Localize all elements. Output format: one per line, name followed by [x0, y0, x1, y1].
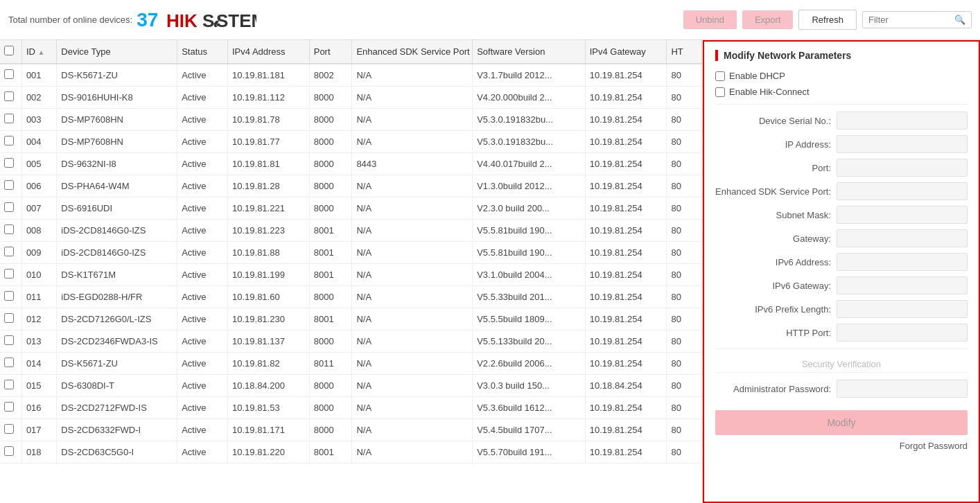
row-ipv4: 10.19.81.82	[228, 353, 310, 375]
row-check[interactable]	[0, 308, 21, 330]
row-checkbox[interactable]	[4, 202, 14, 212]
row-check[interactable]	[0, 419, 21, 441]
row-checkbox[interactable]	[4, 380, 14, 389]
table-row[interactable]: 015 DS-6308DI-T Active 10.18.84.200 8000…	[0, 375, 702, 397]
table-row[interactable]: 005 DS-9632NI-I8 Active 10.19.81.81 8000…	[0, 153, 702, 175]
row-check[interactable]	[0, 264, 21, 286]
subnet-mask-input[interactable]	[837, 206, 968, 224]
row-check[interactable]	[0, 64, 21, 87]
table-row[interactable]: 007 DS-6916UDI Active 10.19.81.221 8000 …	[0, 197, 702, 220]
ip-address-input[interactable]	[837, 135, 968, 153]
port-input[interactable]	[837, 159, 968, 177]
row-check[interactable]	[0, 375, 21, 397]
table-row[interactable]: 006 DS-PHA64-W4M Active 10.19.81.28 8000…	[0, 175, 702, 197]
row-device-type: iDS-2CD8146G0-IZS	[57, 242, 177, 264]
row-ipv4: 10.19.81.112	[228, 87, 310, 109]
table-row[interactable]: 017 DS-2CD6332FWD-I Active 10.19.81.171 …	[0, 419, 702, 441]
panel-title-bar	[715, 50, 718, 61]
row-id: 008	[21, 220, 56, 242]
table-row[interactable]: 008 iDS-2CD8146G0-IZS Active 10.19.81.22…	[0, 220, 702, 242]
row-check[interactable]	[0, 242, 21, 264]
row-checkbox[interactable]	[4, 291, 14, 301]
row-checkbox[interactable]	[4, 91, 14, 101]
row-check[interactable]	[0, 197, 21, 220]
row-port: 8000	[309, 419, 352, 441]
row-check[interactable]	[0, 87, 21, 109]
row-check[interactable]	[0, 330, 21, 353]
http-port-input[interactable]	[837, 324, 968, 342]
row-checkbox[interactable]	[4, 69, 14, 79]
row-check[interactable]	[0, 131, 21, 153]
row-checkbox[interactable]	[4, 446, 14, 456]
admin-password-input[interactable]	[837, 380, 968, 398]
row-sdk: N/A	[352, 441, 473, 464]
col-sdk-header: Enhanced SDK Service Port	[352, 40, 473, 64]
row-id: 002	[21, 87, 56, 109]
row-checkbox[interactable]	[4, 358, 14, 367]
row-checkbox[interactable]	[4, 247, 14, 256]
ipv6-gateway-input[interactable]	[837, 276, 968, 294]
table-area[interactable]: ID ▲ Device Type Status IPv4 Address Por…	[0, 40, 703, 503]
ipv6-prefix-input[interactable]	[837, 300, 968, 318]
row-check[interactable]	[0, 353, 21, 375]
row-checkbox[interactable]	[4, 180, 14, 190]
table-row[interactable]: 009 iDS-2CD8146G0-IZS Active 10.19.81.88…	[0, 242, 702, 264]
enable-dhcp-row: Enable DHCP	[715, 71, 968, 81]
row-port: 8000	[309, 375, 352, 397]
enable-dhcp-checkbox[interactable]	[715, 71, 725, 81]
table-row[interactable]: 010 DS-K1T671M Active 10.19.81.199 8001 …	[0, 264, 702, 286]
row-sw: V5.5.5build 1809...	[473, 308, 586, 330]
row-check[interactable]	[0, 397, 21, 419]
sdk-port-input[interactable]	[837, 182, 968, 200]
row-sw: V5.3.0.191832bu...	[473, 109, 586, 131]
row-check[interactable]	[0, 220, 21, 242]
row-status: Active	[177, 131, 228, 153]
table-row[interactable]: 004 DS-MP7608HN Active 10.19.81.77 8000 …	[0, 131, 702, 153]
row-check[interactable]	[0, 153, 21, 175]
table-row[interactable]: 014 DS-K5671-ZU Active 10.19.81.82 8011 …	[0, 353, 702, 375]
row-check[interactable]	[0, 286, 21, 308]
enable-hik-checkbox[interactable]	[715, 87, 725, 97]
row-checkbox[interactable]	[4, 402, 14, 412]
col-check-header[interactable]	[0, 40, 21, 64]
refresh-button[interactable]: Refresh	[798, 10, 857, 30]
row-port: 8001	[309, 264, 352, 286]
table-row[interactable]: 011 iDS-EGD0288-H/FR Active 10.19.81.60 …	[0, 286, 702, 308]
device-serial-input[interactable]	[837, 112, 968, 130]
unbind-button[interactable]: Unbind	[683, 10, 737, 29]
select-all-checkbox[interactable]	[4, 46, 14, 55]
export-button[interactable]: Export	[742, 10, 794, 29]
row-checkbox[interactable]	[4, 424, 14, 434]
row-gw: 10.19.81.254	[585, 330, 667, 353]
table-row[interactable]: 016 DS-2CD2712FWD-IS Active 10.19.81.53 …	[0, 397, 702, 419]
row-ipv4: 10.19.81.230	[228, 308, 310, 330]
row-checkbox[interactable]	[4, 269, 14, 279]
row-port: 8001	[309, 242, 352, 264]
row-checkbox[interactable]	[4, 224, 14, 234]
table-row[interactable]: 001 DS-K5671-ZU Active 10.19.81.181 8002…	[0, 64, 702, 87]
table-row[interactable]: 018 DS-2CD63C5G0-I Active 10.19.81.220 8…	[0, 441, 702, 464]
row-checkbox[interactable]	[4, 335, 14, 345]
table-row[interactable]: 012 DS-2CD7126G0/L-IZS Active 10.19.81.2…	[0, 308, 702, 330]
row-gw: 10.18.84.254	[585, 375, 667, 397]
row-check[interactable]	[0, 109, 21, 131]
gateway-input[interactable]	[837, 229, 968, 247]
row-checkbox[interactable]	[4, 136, 14, 145]
modify-button[interactable]: Modify	[715, 410, 968, 435]
row-check[interactable]	[0, 441, 21, 464]
row-sdk: N/A	[352, 375, 473, 397]
row-sdk: N/A	[352, 419, 473, 441]
filter-input[interactable]	[868, 15, 952, 25]
row-checkbox[interactable]	[4, 158, 14, 168]
row-check[interactable]	[0, 175, 21, 197]
table-row[interactable]: 002 DS-9016HUHI-K8 Active 10.19.81.112 8…	[0, 87, 702, 109]
forgot-password-link[interactable]: Forgot Password	[715, 441, 968, 451]
row-checkbox[interactable]	[4, 313, 14, 323]
row-id: 004	[21, 131, 56, 153]
ipv6-address-input[interactable]	[837, 253, 968, 271]
row-checkbox[interactable]	[4, 114, 14, 123]
table-row[interactable]: 003 DS-MP7608HN Active 10.19.81.78 8000 …	[0, 109, 702, 131]
table-row[interactable]: 013 DS-2CD2346FWDA3-IS Active 10.19.81.1…	[0, 330, 702, 353]
row-port: 8001	[309, 308, 352, 330]
row-ipv4: 10.19.81.60	[228, 286, 310, 308]
